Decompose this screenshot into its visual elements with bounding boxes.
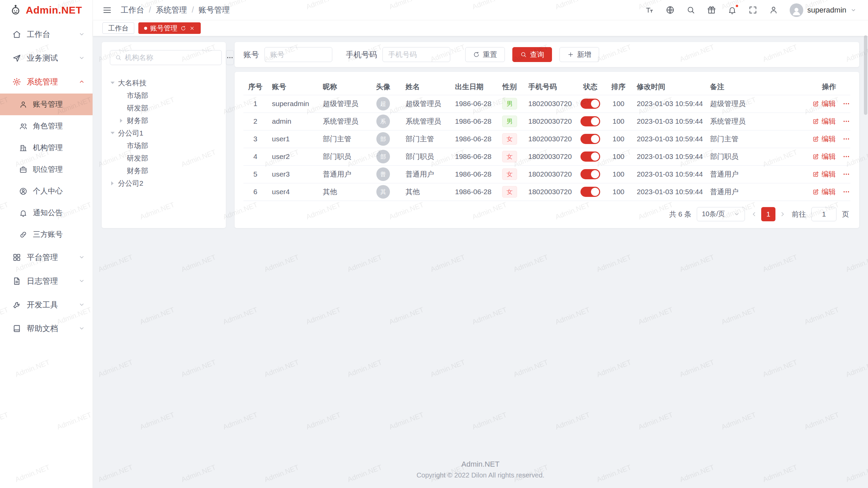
status-toggle[interactable] — [580, 187, 600, 197]
table-row: 3user1部门主管部部门主管1986-06-28女18020030720100… — [243, 130, 850, 148]
status-toggle[interactable] — [580, 116, 600, 126]
status-toggle[interactable] — [580, 99, 600, 109]
tree-caret[interactable] — [119, 119, 124, 123]
tab-label: 工作台 — [108, 24, 129, 33]
phone-input[interactable] — [382, 47, 450, 62]
sidebar-subitem-2[interactable]: 机构管理 — [0, 137, 93, 159]
sidebar-item-0[interactable]: 工作台 — [0, 22, 93, 46]
goto-page-input[interactable] — [811, 207, 836, 221]
tab-workbench[interactable]: 工作台 — [102, 22, 134, 34]
account-input[interactable] — [264, 47, 332, 62]
active-tab-dot — [144, 27, 147, 30]
tree-node[interactable]: 分公司1 — [110, 127, 218, 139]
tree-caret[interactable] — [110, 130, 115, 136]
cell-name: 普通用户 — [401, 165, 450, 183]
sidebar-item-6[interactable]: 帮助文档 — [0, 317, 93, 340]
cell-nickname: 普通用户 — [318, 165, 366, 183]
row-more-button[interactable] — [843, 170, 850, 178]
query-button[interactable]: 查询 — [512, 47, 552, 62]
sidebar-item-4[interactable]: 日志管理 — [0, 269, 93, 293]
status-toggle[interactable] — [580, 134, 600, 144]
cell-name: 其他 — [401, 183, 450, 201]
hamburger-menu-icon[interactable] — [102, 5, 112, 15]
sidebar-item-2[interactable]: 系统管理 — [0, 70, 93, 94]
org-more-button[interactable] — [226, 50, 234, 65]
edit-button[interactable]: 编辑 — [812, 169, 836, 179]
fullscreen-button[interactable] — [748, 5, 757, 15]
sidebar: Admin.NET 工作台业务测试系统管理账号管理角色管理机构管理职位管理个人中… — [0, 0, 93, 488]
edit-button[interactable]: 编辑 — [812, 99, 836, 108]
footer-app-name: Admin.NET — [102, 460, 859, 469]
breadcrumb-item-workbench[interactable]: 工作台 — [121, 5, 144, 15]
edit-button[interactable]: 编辑 — [812, 134, 836, 144]
tab-account-management[interactable]: 账号管理 — [138, 22, 201, 34]
reset-button[interactable]: 重置 — [465, 47, 505, 62]
filter-bar: 账号 手机号码 重置 查询 — [235, 42, 859, 67]
profile-button[interactable] — [769, 5, 778, 15]
status-toggle[interactable] — [580, 169, 600, 179]
row-more-button[interactable] — [843, 135, 850, 143]
tree-node[interactable]: 研发部 — [110, 102, 218, 114]
sidebar-item-1[interactable]: 业务测试 — [0, 46, 93, 70]
bell-icon — [19, 209, 27, 217]
next-page-button[interactable] — [779, 210, 786, 218]
tree-node[interactable]: 财务部 — [110, 164, 218, 177]
gift-button[interactable] — [707, 5, 716, 15]
add-button[interactable]: 新增 — [559, 47, 599, 62]
tree-node[interactable]: 市场部 — [110, 89, 218, 102]
org-search-input[interactable] — [125, 54, 217, 62]
sidebar-item-3[interactable]: 平台管理 — [0, 245, 93, 269]
row-more-button[interactable] — [843, 153, 850, 160]
sidebar-subitem-5[interactable]: 通知公告 — [0, 202, 93, 224]
sidebar-subitem-0[interactable]: 账号管理 — [0, 94, 93, 115]
row-more-button[interactable] — [843, 188, 850, 196]
prev-page-button[interactable] — [750, 210, 758, 218]
page-buttons: 1 — [750, 207, 786, 221]
tree-node[interactable]: 分公司2 — [110, 177, 218, 189]
user-menu[interactable]: superadmin — [790, 3, 856, 17]
column-header-1: 账号 — [267, 79, 318, 95]
scrollbar-thumb[interactable] — [864, 35, 867, 115]
tab-refresh-icon[interactable] — [180, 25, 186, 31]
edit-button[interactable]: 编辑 — [812, 117, 836, 126]
font-size-button[interactable] — [645, 5, 654, 15]
notification-button[interactable] — [728, 5, 737, 15]
page-size-select[interactable]: 10条/页 — [697, 207, 745, 221]
status-toggle[interactable] — [580, 151, 600, 162]
sidebar-subitem-1[interactable]: 角色管理 — [0, 115, 93, 137]
edit-icon — [812, 188, 819, 195]
scrollbar[interactable] — [864, 22, 867, 487]
sidebar-subitem-6[interactable]: 三方账号 — [0, 224, 93, 245]
breadcrumb-item-account[interactable]: 账号管理 — [199, 5, 230, 15]
tree-node[interactable]: 研发部 — [110, 152, 218, 164]
tree-caret[interactable] — [110, 80, 115, 86]
more-icon — [843, 100, 850, 107]
tab-close-icon[interactable] — [189, 25, 195, 31]
tree-caret[interactable] — [110, 181, 115, 185]
edit-button[interactable]: 编辑 — [812, 152, 836, 161]
row-more-button[interactable] — [843, 118, 850, 125]
cell-avatar: 部 — [366, 130, 401, 148]
sidebar-subitem-3[interactable]: 职位管理 — [0, 159, 93, 180]
sidebar-subitem-4[interactable]: 个人中心 — [0, 180, 93, 202]
footer-copyright: Copyright © 2022 Dilon All rights reserv… — [102, 471, 859, 479]
search-button-header[interactable] — [686, 5, 695, 15]
breadcrumb-item-system[interactable]: 系统管理 — [156, 5, 187, 15]
org-search-box[interactable] — [110, 50, 222, 65]
tree-node[interactable]: 财务部 — [110, 114, 218, 127]
sidebar-item-5[interactable]: 开发工具 — [0, 293, 93, 317]
row-avatar: 部 — [376, 150, 390, 163]
breadcrumb-separator: / — [149, 5, 151, 15]
wrench-icon — [12, 300, 21, 309]
page-number-active[interactable]: 1 — [761, 207, 775, 221]
phone-label: 手机号码 — [346, 49, 377, 60]
edit-icon — [812, 153, 819, 160]
tree-node-label: 市场部 — [127, 141, 148, 150]
globe-button[interactable] — [666, 5, 675, 15]
row-more-button[interactable] — [843, 100, 850, 107]
tree-node[interactable]: 大名科技 — [110, 77, 218, 89]
tree-node[interactable]: 市场部 — [110, 139, 218, 152]
edit-button[interactable]: 编辑 — [812, 187, 836, 197]
sidebar-item-label: 业务测试 — [27, 53, 58, 63]
app-logo[interactable]: Admin.NET — [0, 0, 93, 20]
